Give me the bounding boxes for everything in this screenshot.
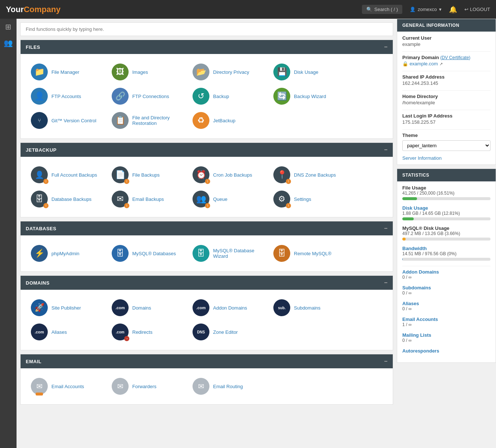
mysql-usage-stat: MySQL® Disk Usage 497.2 MB / 13.26 GB (3…	[402, 225, 490, 241]
email-section-header[interactable]: EMAIL −	[21, 354, 393, 368]
subdomains-item[interactable]: sub. Subdomains	[270, 296, 351, 320]
email-routing-item[interactable]: ✉ Email Routing	[190, 374, 270, 398]
email-accounts-item[interactable]: ✉ Email Accounts	[28, 374, 109, 398]
aliases-item[interactable]: .com Aliases	[28, 320, 109, 344]
user-menu[interactable]: 👤 zomexco ▾	[410, 7, 442, 12]
shared-ip-label: Shared IP Address	[402, 74, 490, 80]
domains-collapse-icon: −	[384, 279, 388, 286]
remote-mysql-item[interactable]: 🗄 Remote MySQL®	[270, 241, 351, 265]
bandwidth-stat: Bandwidth 14.51 MB / 976.56 GB (0%)	[402, 246, 490, 261]
email-backups-item[interactable]: ✉ ! Email Backups	[109, 187, 190, 211]
disk-usage-icon: 💾	[273, 64, 290, 80]
dv-cert-link[interactable]: DV Certificate	[442, 55, 469, 60]
file-usage-value: 41,265 / 250,000 (16.51%)	[402, 191, 490, 196]
disk-usage-stat: Disk Usage 1.88 GB / 14.65 GB (12.81%)	[402, 205, 490, 220]
statistics-header: STATISTICS	[397, 169, 496, 181]
primary-domain-label: Primary Domain (DV Certificate)	[402, 55, 490, 60]
queue-item[interactable]: 👥 ! Queue	[190, 187, 270, 211]
jetbackup-collapse-icon: −	[384, 147, 388, 153]
logout-label: LOGOUT	[470, 7, 490, 12]
mailing-lists-stat-link[interactable]: Mailing Lists	[402, 332, 431, 338]
email-section-body: ✉ Email Accounts ✉ Forwarders ✉ Email Ro…	[21, 368, 393, 404]
logout-button[interactable]: ↩ LOGOUT	[464, 7, 490, 12]
databases-section-header[interactable]: DATABASES −	[21, 221, 393, 235]
disk-usage-link[interactable]: Disk Usage	[402, 205, 428, 211]
jetbackup-item[interactable]: ♻ JetBackup	[190, 108, 270, 133]
redirects-label: Redirects	[132, 329, 152, 335]
notification-icon[interactable]: 🔔	[449, 6, 457, 14]
subdomains-stat-link[interactable]: Subdomains	[402, 285, 431, 290]
external-link-icon: ↗	[439, 62, 443, 66]
subdomains-stat: Subdomains 0 / ∞	[402, 285, 490, 296]
queue-label: Queue	[213, 196, 227, 202]
theme-select[interactable]: paper_lantern	[402, 140, 490, 151]
redirects-icon: .com →	[112, 324, 129, 340]
theme-label: Theme	[402, 133, 490, 138]
domains-icon: .com	[112, 299, 129, 316]
backup-item[interactable]: ↺ Backup	[190, 84, 270, 108]
domains-section-body: 🚀 Site Publisher .com Domains .com Addon…	[21, 290, 393, 350]
cron-job-backups-item[interactable]: ⏰ ! Cron Job Backups	[190, 163, 270, 187]
file-manager-item[interactable]: 📁 File Manager	[28, 60, 109, 84]
grid-icon[interactable]: ⊞	[5, 22, 11, 31]
autoresponders-stat: Autoresponders	[402, 348, 490, 354]
disk-usage-item[interactable]: 💾 Disk Usage	[270, 60, 351, 84]
home-dir-row: Home Directory /home/example	[402, 94, 490, 105]
directory-privacy-item[interactable]: 📂 Directory Privacy	[190, 60, 270, 84]
users-icon[interactable]: 👥	[4, 39, 13, 47]
settings-item[interactable]: ⚙ ! Settings	[270, 187, 351, 211]
aliases-stat-link[interactable]: Aliases	[402, 301, 419, 306]
autoresponders-stat-link[interactable]: Autoresponders	[402, 348, 439, 354]
file-usage-stat: File Usage 41,265 / 250,000 (16.51%)	[402, 185, 490, 200]
files-section: FILES − 📁 File Manager 🖼 Images 📂 Direct…	[20, 40, 393, 139]
full-account-backups-item[interactable]: 👤 ! Full Account Backups	[28, 163, 109, 187]
quick-find-input[interactable]	[21, 23, 393, 36]
addon-domains-stat-value: 0 / ∞	[402, 275, 490, 280]
search-box[interactable]: 🔍 Search ( / )	[362, 5, 402, 14]
jetbackup-title: JETBACKUP	[26, 147, 57, 153]
primary-domain-row: Primary Domain (DV Certificate) 🔒 exampl…	[402, 55, 490, 66]
backup-wizard-item[interactable]: 🔄 Backup Wizard	[270, 84, 351, 108]
remote-mysql-label: Remote MySQL®	[294, 251, 331, 256]
theme-row: Theme paper_lantern	[402, 133, 490, 151]
search-label: Search ( / )	[374, 7, 398, 12]
lock-icon: 🔒	[402, 61, 408, 66]
phpmyadmin-item[interactable]: ⚡ phpMyAdmin	[28, 241, 109, 265]
jetbackup-section-header[interactable]: JETBACKUP −	[21, 143, 393, 157]
images-item[interactable]: 🖼 Images	[109, 60, 190, 84]
mysql-databases-item[interactable]: 🗄 MySQL® Databases	[109, 241, 190, 265]
file-backups-item[interactable]: 📄 ! File Backups	[109, 163, 190, 187]
ftp-accounts-item[interactable]: 👤 FTP Accounts	[28, 84, 109, 108]
dns-zone-backups-item[interactable]: 📍 ! DNS Zone Backups	[270, 163, 351, 187]
files-section-header[interactable]: FILES −	[21, 40, 393, 54]
redirects-item[interactable]: .com → Redirects	[109, 320, 190, 344]
site-publisher-item[interactable]: 🚀 Site Publisher	[28, 296, 109, 320]
email-accounts-stat-link[interactable]: Email Accounts	[402, 317, 438, 322]
domain-link[interactable]: example.com	[410, 61, 438, 66]
git-version-control-item[interactable]: ⑂ Git™ Version Control	[28, 108, 109, 133]
addon-domains-item[interactable]: .com Addon Domains	[190, 296, 270, 320]
username: zomexco	[418, 7, 437, 12]
server-info-link[interactable]: Server Information	[402, 155, 490, 161]
domains-label: Domains	[132, 305, 151, 311]
databases-section: DATABASES − ⚡ phpMyAdmin 🗄 MySQL® Databa…	[20, 221, 393, 272]
mysql-database-wizard-item[interactable]: 🗄 MySQL® Database Wizard	[190, 241, 270, 265]
mysql-usage-progress	[402, 238, 490, 241]
zone-editor-icon: DNS	[193, 324, 209, 340]
domains-item[interactable]: .com Domains	[109, 296, 190, 320]
forwarders-item[interactable]: ✉ Forwarders	[109, 374, 190, 398]
ftp-connections-label: FTP Connections	[132, 94, 169, 99]
ftp-connections-item[interactable]: 🔗 FTP Connections	[109, 84, 190, 108]
file-dir-restoration-item[interactable]: 📋 File and Directory Restoration	[109, 108, 190, 133]
email-section: EMAIL − ✉ Email Accounts ✉ Forwarders	[20, 354, 393, 405]
aliases-icon: .com	[31, 324, 48, 340]
aliases-label: Aliases	[51, 329, 67, 335]
database-backups-item[interactable]: 🗄 ! Database Backups	[28, 187, 109, 211]
zone-editor-item[interactable]: DNS Zone Editor	[190, 320, 270, 344]
dns-zone-backups-icon: 📍 !	[273, 166, 290, 183]
domains-section-header[interactable]: DOMAINS −	[21, 276, 393, 290]
bandwidth-link[interactable]: Bandwidth	[402, 246, 427, 251]
file-backups-icon: 📄 !	[112, 166, 129, 183]
remote-mysql-icon: 🗄	[273, 245, 290, 262]
addon-domains-stat-link[interactable]: Addon Domains	[402, 269, 439, 275]
